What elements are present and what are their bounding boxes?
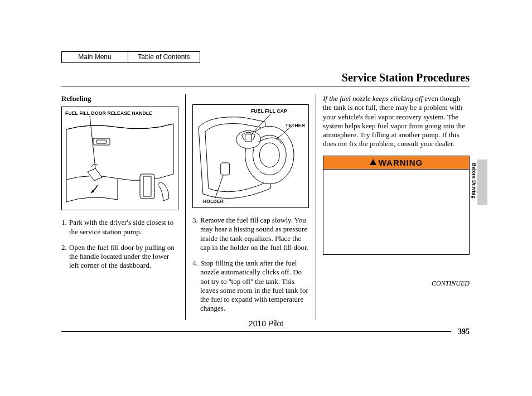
content-columns: Refueling FUEL FILL DOOR RELEASE HANDLE bbox=[61, 94, 470, 320]
warning-body bbox=[323, 170, 469, 237]
warning-triangle-icon bbox=[370, 159, 376, 165]
page-number-rule bbox=[61, 331, 451, 332]
figure-fuel-fill-cap: FUEL FILL CAP TETHER HOLDER bbox=[192, 104, 309, 208]
warning-header: WARNING bbox=[323, 156, 469, 170]
step-text: Remove the fuel fill cap slowly. You may… bbox=[200, 216, 309, 252]
table-of-contents-button[interactable]: Table of Contents bbox=[128, 51, 200, 63]
svg-rect-12 bbox=[221, 163, 230, 175]
manual-page: Main Menu Table of Contents Service Stat… bbox=[61, 51, 470, 336]
step-number: 2. bbox=[61, 243, 69, 271]
advisory-paragraph: If the fuel nozzle keeps clicking off ev… bbox=[323, 94, 470, 149]
warning-bullet bbox=[339, 221, 462, 229]
step-number: 3. bbox=[192, 216, 200, 252]
fuel-cap-illustration bbox=[193, 105, 308, 207]
page-title: Service Station Procedures bbox=[61, 71, 470, 85]
main-menu-button[interactable]: Main Menu bbox=[61, 51, 128, 63]
step-number: 1. bbox=[61, 218, 69, 236]
step-number: 4. bbox=[192, 259, 200, 313]
fuel-door-release-illustration bbox=[62, 107, 178, 210]
warning-bullet bbox=[339, 209, 462, 218]
step-item: 4. Stop filling the tank after the fuel … bbox=[192, 259, 309, 313]
section-tab-label: Before Driving bbox=[471, 163, 478, 198]
top-nav: Main Menu Table of Contents bbox=[61, 51, 470, 63]
step-text: Stop filling the tank after the fuel noz… bbox=[200, 259, 309, 313]
step-text: Park with the driver's side closest to t… bbox=[69, 218, 178, 236]
section-heading: Refueling bbox=[61, 94, 178, 103]
warning-label: WARNING bbox=[379, 158, 423, 168]
step-item: 1. Park with the driver's side closest t… bbox=[61, 218, 178, 236]
warning-box: WARNING bbox=[323, 156, 470, 255]
svg-rect-3 bbox=[140, 174, 154, 199]
warning-bullet-list bbox=[339, 197, 462, 229]
step-item: 2. Open the fuel fill door by pulling on… bbox=[61, 243, 178, 271]
advisory-lead-italic: If the fuel nozzle keeps clicking off bbox=[323, 94, 423, 103]
warning-bullet bbox=[339, 197, 462, 206]
column-3: If the fuel nozzle keeps clicking off ev… bbox=[316, 94, 470, 320]
footer-model-year: 2010 Pilot bbox=[0, 319, 532, 329]
title-rule bbox=[61, 86, 470, 86]
svg-point-6 bbox=[259, 143, 279, 167]
svg-rect-1 bbox=[96, 140, 107, 143]
column-2: FUEL FILL CAP TETHER HOLDER bbox=[185, 94, 316, 320]
continued-label: CONTINUED bbox=[323, 279, 470, 288]
step-text: Open the fuel fill door by pulling on th… bbox=[69, 243, 178, 271]
steps-list-1: 1. Park with the driver's side closest t… bbox=[61, 218, 178, 270]
figure-fuel-door-release: FUEL FILL DOOR RELEASE HANDLE bbox=[61, 107, 178, 210]
steps-list-2: 3. Remove the fuel fill cap slowly. You … bbox=[192, 216, 309, 313]
step-item: 3. Remove the fuel fill cap slowly. You … bbox=[192, 216, 309, 252]
section-tab bbox=[477, 160, 487, 205]
column-1: Refueling FUEL FILL DOOR RELEASE HANDLE bbox=[61, 94, 185, 320]
